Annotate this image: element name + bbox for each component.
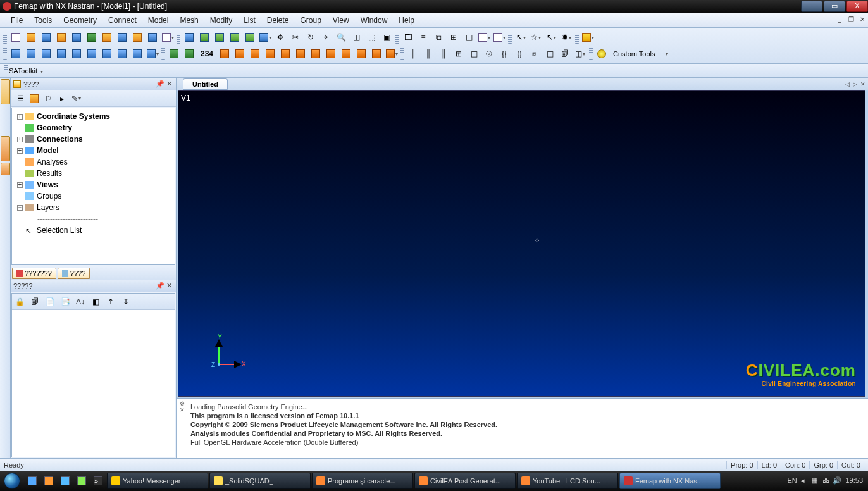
- cube-icon[interactable]: ◫: [462, 30, 476, 44]
- search-icon[interactable]: 🔍: [334, 30, 348, 44]
- menu-connect[interactable]: Connect: [102, 15, 142, 26]
- tool-icon[interactable]: ☰: [14, 92, 27, 105]
- next-tab-icon[interactable]: ▷: [853, 81, 860, 87]
- tool-icon[interactable]: ⊞: [447, 30, 461, 44]
- tool-dropdown[interactable]: [385, 47, 399, 61]
- taskbar-item[interactable]: Programe și caracte...: [312, 473, 413, 489]
- gear-icon[interactable]: [595, 47, 609, 61]
- custom-tools-dropdown[interactable]: [659, 47, 673, 61]
- tool-icon[interactable]: [115, 30, 129, 44]
- color-dropdown[interactable]: [581, 30, 595, 44]
- tool-icon[interactable]: [39, 47, 53, 61]
- tool-icon[interactable]: [369, 47, 383, 61]
- tool-icon[interactable]: [294, 47, 307, 61]
- align-icon[interactable]: ╫: [421, 47, 435, 61]
- tree-groups[interactable]: Groups: [12, 190, 175, 202]
- toolbar-grip[interactable]: [508, 31, 512, 44]
- tool-icon[interactable]: ≡: [416, 30, 430, 44]
- rotate-icon[interactable]: ↻: [304, 30, 318, 44]
- msg-toolbar[interactable]: ⚙✕: [177, 401, 188, 426]
- tool-icon[interactable]: ◧: [89, 295, 102, 309]
- menu-group[interactable]: Group: [295, 15, 327, 26]
- align-icon[interactable]: ╟: [406, 47, 420, 61]
- grid-icon[interactable]: ⊞: [452, 47, 466, 61]
- tool-icon[interactable]: [248, 47, 262, 61]
- tool-icon[interactable]: [54, 47, 68, 61]
- quick-launch-icon[interactable]: [25, 474, 39, 488]
- side-tab[interactable]: [1, 163, 10, 175]
- pin-icon[interactable]: 📌: [156, 80, 164, 88]
- tree-views[interactable]: +Views: [12, 179, 175, 190]
- tool-icon[interactable]: 🗐: [558, 47, 572, 61]
- tool-icon[interactable]: {}: [512, 47, 526, 61]
- close-tab-icon[interactable]: ✕: [860, 81, 868, 87]
- zoom-window-icon[interactable]: ⬚: [364, 30, 378, 44]
- menu-modify[interactable]: Modify: [204, 15, 238, 26]
- mdi-close-button[interactable]: ✕: [857, 16, 868, 25]
- categorize-icon[interactable]: 📑: [58, 295, 72, 309]
- arrow-right-icon[interactable]: [213, 30, 226, 44]
- move-icon[interactable]: ✥: [273, 30, 287, 44]
- quick-launch-icon[interactable]: »: [91, 474, 105, 488]
- open-file-icon[interactable]: [24, 30, 38, 44]
- toolbar-grip[interactable]: [400, 47, 404, 60]
- 3d-viewport[interactable]: V1 ◇ Y X Z: [178, 90, 865, 397]
- taskbar-item[interactable]: Yahoo! Messenger: [107, 473, 208, 489]
- start-button[interactable]: [0, 471, 24, 491]
- taskbar-item[interactable]: YouTube - LCD Sou...: [517, 473, 618, 489]
- flag-icon[interactable]: ⚐: [42, 92, 54, 105]
- bottom-tab-1[interactable]: ???????: [12, 268, 56, 279]
- arrow-up-icon[interactable]: [228, 30, 242, 44]
- tool-icon[interactable]: [70, 47, 84, 61]
- tree-connections[interactable]: +Connections: [12, 134, 175, 145]
- home-icon[interactable]: [28, 92, 40, 105]
- tree-selection[interactable]: ↖Selection List: [12, 225, 175, 236]
- tool-icon[interactable]: [309, 47, 323, 61]
- tool-icon[interactable]: ⧈: [528, 47, 542, 61]
- tool-icon[interactable]: ◫: [543, 47, 557, 61]
- tool-icon[interactable]: [167, 47, 181, 61]
- system-tray[interactable]: EN ◂ ▦ 🖧 🔊 19:53: [787, 476, 864, 485]
- tool-icon[interactable]: [218, 47, 232, 61]
- tool-icon[interactable]: [100, 30, 114, 44]
- tool-icon[interactable]: 📄: [43, 295, 57, 309]
- quick-launch-icon[interactable]: [75, 474, 89, 488]
- toolbar-grip[interactable]: [575, 31, 579, 44]
- tool-dropdown[interactable]: ◫: [573, 47, 587, 61]
- tool-icon[interactable]: [263, 47, 277, 61]
- toolbar-grip[interactable]: [161, 47, 165, 60]
- taskbar-item[interactable]: CivilEA Post Generat...: [414, 473, 516, 489]
- tool-icon[interactable]: 🗐: [28, 295, 42, 309]
- view-icon[interactable]: [182, 30, 196, 44]
- tool-icon[interactable]: ▸: [56, 92, 68, 105]
- tool-icon[interactable]: [130, 47, 144, 61]
- tool-icon[interactable]: [9, 47, 23, 61]
- tool-icon[interactable]: ◫: [349, 30, 363, 44]
- tool-dropdown[interactable]: [161, 30, 175, 44]
- tool-icon[interactable]: [115, 47, 129, 61]
- pin-icon[interactable]: 📌: [156, 282, 164, 290]
- taskbar-item[interactable]: _SolidSQUAD_: [209, 473, 311, 489]
- quick-launch-icon[interactable]: [42, 474, 56, 488]
- tool-icon[interactable]: [70, 30, 84, 44]
- tool-icon[interactable]: [354, 47, 368, 61]
- tool-dropdown[interactable]: [492, 30, 506, 44]
- tray-chevron-icon[interactable]: ◂: [798, 476, 807, 485]
- tray-lang[interactable]: EN: [787, 476, 796, 485]
- toolbar-grip[interactable]: [589, 47, 593, 60]
- tree-model[interactable]: +Model: [12, 145, 175, 156]
- bottom-tab-2[interactable]: ????: [58, 268, 90, 279]
- tree-layers[interactable]: +Layers: [12, 202, 175, 213]
- tool-icon[interactable]: ↥: [104, 295, 118, 309]
- cursor-dropdown[interactable]: ↖: [514, 30, 528, 44]
- tool-icon[interactable]: [278, 47, 292, 61]
- doc-tab-untitled[interactable]: Untitled: [183, 78, 228, 90]
- tray-clock[interactable]: 19:53: [844, 476, 864, 485]
- close-icon[interactable]: ✕: [164, 80, 173, 88]
- menu-mesh[interactable]: Mesh: [174, 15, 204, 26]
- tool-icon[interactable]: [324, 47, 338, 61]
- tool-dropdown[interactable]: ✹: [559, 30, 573, 44]
- tool-icon[interactable]: [85, 30, 99, 44]
- close-button[interactable]: X: [846, 1, 868, 12]
- tool-icon[interactable]: {}: [497, 47, 511, 61]
